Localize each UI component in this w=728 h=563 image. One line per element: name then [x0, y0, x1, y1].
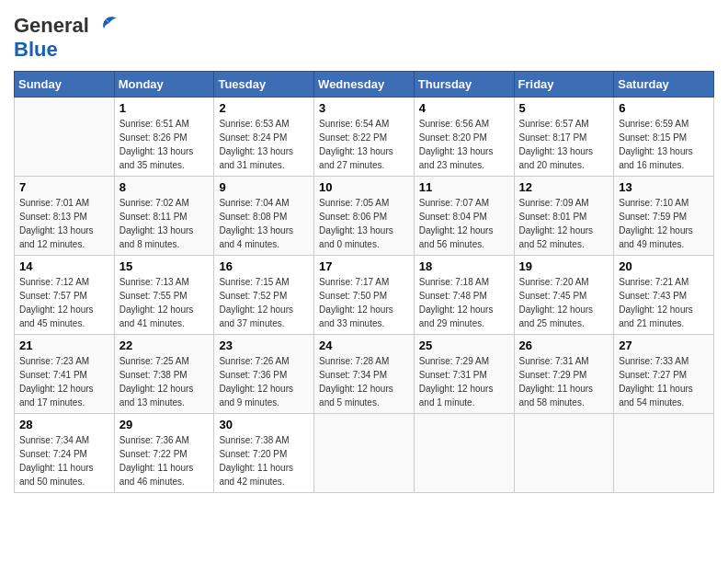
day-info: Sunrise: 7:31 AMSunset: 7:29 PMDaylight:… — [519, 354, 609, 409]
day-info: Sunrise: 7:13 AMSunset: 7:55 PMDaylight:… — [119, 275, 210, 330]
day-info: Sunrise: 6:51 AMSunset: 8:26 PMDaylight:… — [119, 117, 210, 172]
calendar-cell: 14Sunrise: 7:12 AMSunset: 7:57 PMDayligh… — [15, 256, 115, 335]
calendar-cell: 24Sunrise: 7:28 AMSunset: 7:34 PMDayligh… — [314, 335, 415, 414]
calendar-cell — [514, 414, 614, 493]
day-number: 23 — [219, 339, 309, 352]
day-number: 18 — [419, 259, 509, 273]
calendar-cell: 5Sunrise: 6:57 AMSunset: 8:17 PMDaylight… — [514, 98, 614, 177]
day-number: 17 — [319, 259, 409, 273]
day-number: 4 — [419, 101, 509, 115]
calendar-cell: 18Sunrise: 7:18 AMSunset: 7:48 PMDayligh… — [414, 256, 514, 335]
calendar-cell: 11Sunrise: 7:07 AMSunset: 8:04 PMDayligh… — [414, 177, 514, 256]
day-info: Sunrise: 7:10 AMSunset: 7:59 PMDaylight:… — [619, 196, 709, 251]
calendar-table: SundayMondayTuesdayWednesdayThursdayFrid… — [14, 71, 714, 493]
calendar-cell — [414, 414, 514, 493]
calendar-cell: 27Sunrise: 7:33 AMSunset: 7:27 PMDayligh… — [614, 335, 714, 414]
day-number: 13 — [619, 180, 709, 194]
day-info: Sunrise: 7:36 AMSunset: 7:22 PMDaylight:… — [119, 433, 210, 488]
calendar-cell: 1Sunrise: 6:51 AMSunset: 8:26 PMDaylight… — [114, 98, 214, 177]
calendar-cell: 30Sunrise: 7:38 AMSunset: 7:20 PMDayligh… — [214, 414, 314, 493]
day-info: Sunrise: 7:21 AMSunset: 7:43 PMDaylight:… — [619, 275, 709, 330]
calendar-cell: 12Sunrise: 7:09 AMSunset: 8:01 PMDayligh… — [514, 177, 614, 256]
day-number: 5 — [519, 101, 609, 115]
calendar-cell — [614, 414, 714, 493]
calendar-cell: 6Sunrise: 6:59 AMSunset: 8:15 PMDaylight… — [614, 98, 714, 177]
day-info: Sunrise: 7:28 AMSunset: 7:34 PMDaylight:… — [319, 354, 409, 409]
calendar-cell: 26Sunrise: 7:31 AMSunset: 7:29 PMDayligh… — [514, 335, 614, 414]
day-info: Sunrise: 6:56 AMSunset: 8:20 PMDaylight:… — [419, 117, 509, 172]
logo-general: General — [14, 14, 89, 38]
day-info: Sunrise: 7:20 AMSunset: 7:45 PMDaylight:… — [519, 275, 609, 330]
weekday-header-tuesday: Tuesday — [214, 72, 314, 98]
calendar-cell: 23Sunrise: 7:26 AMSunset: 7:36 PMDayligh… — [214, 335, 314, 414]
weekday-header-row: SundayMondayTuesdayWednesdayThursdayFrid… — [15, 72, 714, 98]
page-header: General Blue — [14, 14, 714, 62]
day-number: 16 — [219, 259, 309, 273]
day-number: 21 — [19, 339, 109, 352]
day-info: Sunrise: 7:17 AMSunset: 7:50 PMDaylight:… — [319, 275, 409, 330]
calendar-cell: 19Sunrise: 7:20 AMSunset: 7:45 PMDayligh… — [514, 256, 614, 335]
calendar-cell: 15Sunrise: 7:13 AMSunset: 7:55 PMDayligh… — [114, 256, 214, 335]
day-info: Sunrise: 7:04 AMSunset: 8:08 PMDaylight:… — [219, 196, 309, 251]
day-number: 8 — [119, 180, 210, 194]
calendar-cell — [15, 98, 115, 177]
calendar-cell: 22Sunrise: 7:25 AMSunset: 7:38 PMDayligh… — [114, 335, 214, 414]
day-number: 26 — [519, 339, 609, 352]
day-info: Sunrise: 7:02 AMSunset: 8:11 PMDaylight:… — [119, 196, 210, 251]
day-info: Sunrise: 7:34 AMSunset: 7:24 PMDaylight:… — [19, 433, 109, 488]
calendar-cell: 16Sunrise: 7:15 AMSunset: 7:52 PMDayligh… — [214, 256, 314, 335]
calendar-week-3: 14Sunrise: 7:12 AMSunset: 7:57 PMDayligh… — [15, 256, 714, 335]
logo-blue: Blue — [14, 38, 58, 61]
day-number: 24 — [319, 339, 409, 352]
calendar-cell: 3Sunrise: 6:54 AMSunset: 8:22 PMDaylight… — [314, 98, 415, 177]
day-number: 12 — [519, 180, 609, 194]
day-number: 9 — [219, 180, 309, 194]
calendar-cell: 10Sunrise: 7:05 AMSunset: 8:06 PMDayligh… — [314, 177, 415, 256]
calendar-cell: 7Sunrise: 7:01 AMSunset: 8:13 PMDaylight… — [15, 177, 115, 256]
day-info: Sunrise: 7:25 AMSunset: 7:38 PMDaylight:… — [119, 354, 210, 409]
calendar-week-2: 7Sunrise: 7:01 AMSunset: 8:13 PMDaylight… — [15, 177, 714, 256]
day-info: Sunrise: 7:23 AMSunset: 7:41 PMDaylight:… — [19, 354, 109, 409]
day-number: 19 — [519, 259, 609, 273]
calendar-cell — [314, 414, 415, 493]
day-number: 28 — [19, 418, 109, 431]
day-info: Sunrise: 7:01 AMSunset: 8:13 PMDaylight:… — [19, 196, 109, 251]
calendar-cell: 21Sunrise: 7:23 AMSunset: 7:41 PMDayligh… — [15, 335, 115, 414]
calendar-cell: 25Sunrise: 7:29 AMSunset: 7:31 PMDayligh… — [414, 335, 514, 414]
day-number: 25 — [419, 339, 509, 352]
day-number: 2 — [219, 101, 309, 115]
day-number: 6 — [619, 101, 709, 115]
weekday-header-monday: Monday — [114, 72, 214, 98]
weekday-header-saturday: Saturday — [614, 72, 714, 98]
logo: General Blue — [14, 14, 119, 62]
day-info: Sunrise: 7:05 AMSunset: 8:06 PMDaylight:… — [319, 196, 409, 251]
calendar-cell: 8Sunrise: 7:02 AMSunset: 8:11 PMDaylight… — [114, 177, 214, 256]
day-number: 27 — [619, 339, 709, 352]
calendar-cell: 13Sunrise: 7:10 AMSunset: 7:59 PMDayligh… — [614, 177, 714, 256]
day-info: Sunrise: 7:33 AMSunset: 7:27 PMDaylight:… — [619, 354, 709, 409]
day-number: 11 — [419, 180, 509, 194]
calendar-cell: 28Sunrise: 7:34 AMSunset: 7:24 PMDayligh… — [15, 414, 115, 493]
calendar-cell: 2Sunrise: 6:53 AMSunset: 8:24 PMDaylight… — [214, 98, 314, 177]
day-number: 22 — [119, 339, 210, 352]
day-number: 30 — [219, 418, 309, 431]
day-number: 10 — [319, 180, 409, 194]
weekday-header-sunday: Sunday — [15, 72, 115, 98]
calendar-cell: 4Sunrise: 6:56 AMSunset: 8:20 PMDaylight… — [414, 98, 514, 177]
day-number: 3 — [319, 101, 409, 115]
day-info: Sunrise: 6:57 AMSunset: 8:17 PMDaylight:… — [519, 117, 609, 172]
day-info: Sunrise: 6:59 AMSunset: 8:15 PMDaylight:… — [619, 117, 709, 172]
day-info: Sunrise: 7:26 AMSunset: 7:36 PMDaylight:… — [219, 354, 309, 409]
day-number: 1 — [119, 101, 210, 115]
calendar-cell: 9Sunrise: 7:04 AMSunset: 8:08 PMDaylight… — [214, 177, 314, 256]
calendar-week-5: 28Sunrise: 7:34 AMSunset: 7:24 PMDayligh… — [15, 414, 714, 493]
weekday-header-wednesday: Wednesday — [314, 72, 415, 98]
day-number: 20 — [619, 259, 709, 273]
day-info: Sunrise: 6:54 AMSunset: 8:22 PMDaylight:… — [319, 117, 409, 172]
day-number: 7 — [19, 180, 109, 194]
day-number: 15 — [119, 259, 210, 273]
calendar-cell: 17Sunrise: 7:17 AMSunset: 7:50 PMDayligh… — [314, 256, 415, 335]
day-info: Sunrise: 7:15 AMSunset: 7:52 PMDaylight:… — [219, 275, 309, 330]
day-info: Sunrise: 7:29 AMSunset: 7:31 PMDaylight:… — [419, 354, 509, 409]
calendar-cell: 20Sunrise: 7:21 AMSunset: 7:43 PMDayligh… — [614, 256, 714, 335]
